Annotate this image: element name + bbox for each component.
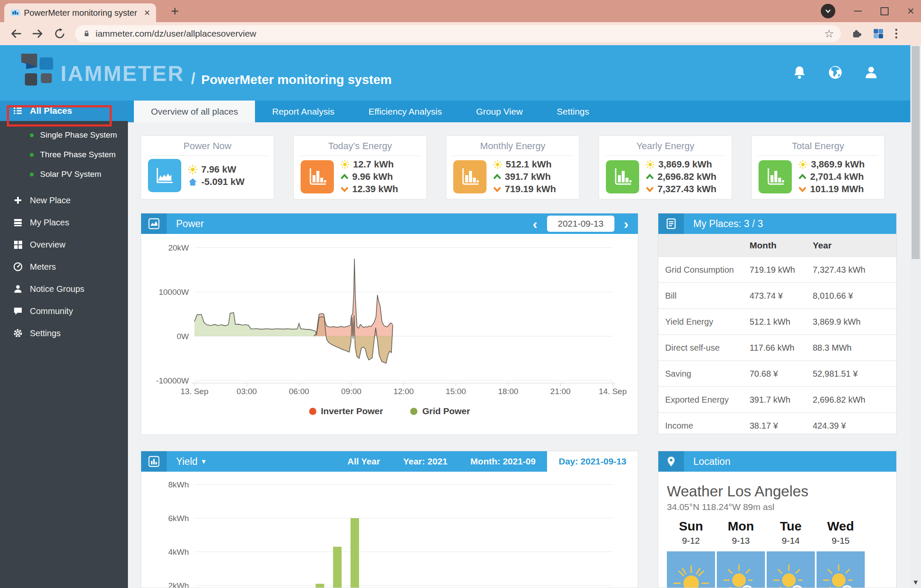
svg-text:03:00: 03:00: [237, 387, 257, 396]
legend-grid-power[interactable]: Grid Power: [410, 406, 470, 416]
scrollbar-track[interactable]: ▼: [910, 45, 921, 588]
card-title: Power Now: [141, 136, 274, 152]
yield-tab-month[interactable]: Month: 2021-09: [459, 451, 547, 472]
yield-dropdown[interactable]: Yield: [176, 456, 197, 467]
list-icon: [13, 106, 23, 116]
map-pin-icon: [658, 451, 684, 472]
table-header-row: Month Year: [658, 234, 896, 257]
tab-settings[interactable]: Settings: [540, 101, 606, 122]
sidebar-item-meters[interactable]: Meters: [0, 256, 128, 278]
tab-efficiency-analysis[interactable]: Efficiency Analysis: [351, 101, 459, 122]
row-label: Income: [658, 413, 743, 439]
power-panel: Power ‹ 2021-09-13 › 20kW10000W0W-10000W…: [141, 213, 638, 435]
column-header-month: Month: [743, 234, 806, 257]
forward-button[interactable]: [32, 27, 44, 40]
legend-inverter-power[interactable]: Inverter Power: [309, 406, 383, 416]
sidebar-item-solar-pv-system[interactable]: Solar PV System: [0, 164, 128, 184]
person-icon: [13, 284, 23, 294]
tab-overview-of-all-places[interactable]: Overview of all places: [134, 101, 255, 122]
menu-kebab-icon[interactable]: [895, 28, 898, 40]
window-close-button[interactable]: ×: [907, 5, 914, 17]
scroll-down-arrow-icon[interactable]: ▼: [910, 579, 921, 586]
yield-tab-day[interactable]: Day: 2021-09-13: [547, 451, 638, 472]
down-arrow-icon: [340, 185, 349, 193]
partly-cloudy-icon: [820, 562, 862, 588]
sidebar-item-label: My Places: [30, 218, 69, 228]
weather-date: 9-13: [717, 536, 765, 546]
card-value: 719.19 kWh: [505, 184, 556, 195]
sidebar-item-my-places[interactable]: My Places: [0, 211, 128, 233]
row-label: Grid Consumption: [658, 257, 743, 283]
tab-report-analysis[interactable]: Report Analysis: [255, 101, 351, 122]
grid-icon: [13, 239, 23, 250]
chevron-down-icon: ▾: [202, 457, 206, 466]
bookmark-star-icon[interactable]: ☆: [824, 27, 834, 40]
browser-tab[interactable]: PowerMeter monitoring syster ×: [4, 3, 156, 22]
prev-day-button[interactable]: ‹: [533, 216, 537, 231]
address-bar[interactable]: iammeter.com/dz/user/allplacesoverview ☆: [75, 25, 841, 42]
sidebar-item-label: Overview: [30, 240, 65, 250]
gear-icon: [13, 328, 23, 338]
month-value: 512.1 kWh: [743, 309, 806, 335]
back-button[interactable]: [9, 27, 22, 40]
stacked-list-icon: [13, 217, 23, 228]
next-day-button[interactable]: ›: [624, 216, 628, 231]
chat-bubble-icon: [13, 306, 23, 316]
date-input[interactable]: 2021-09-13: [547, 216, 614, 232]
power-chart-icon: [141, 213, 167, 234]
refresh-button[interactable]: [54, 28, 66, 40]
scrollbar-thumb[interactable]: [912, 46, 920, 259]
year-value: 424.39 ¥: [806, 413, 896, 439]
weather-tile: [717, 551, 765, 588]
panel-title: My Places: 3 / 3: [693, 218, 763, 230]
row-label: Bill: [658, 283, 743, 309]
legend-dot-icon: [410, 408, 417, 415]
weather-date: 9-14: [767, 536, 815, 546]
weather-title: Weather Los Angeles: [667, 483, 896, 500]
sidebar-item-notice-groups[interactable]: Notice Groups: [0, 278, 128, 300]
language-globe-icon[interactable]: [828, 65, 843, 80]
year-value: 88.3 MWh: [806, 335, 896, 361]
table-row: Exported Energy391.7 kWh2,696.82 kWh: [658, 387, 896, 413]
sidebar-item-new-place[interactable]: New Place: [0, 189, 128, 211]
stat-cards-row: Power Now 7.96 kW -5.091 kW Today's Ener…: [141, 135, 885, 199]
year-value: 3,869.9 kWh: [806, 309, 896, 335]
minimize-button[interactable]: [854, 11, 862, 12]
sidebar-item-single-phase-system[interactable]: Single Phase System: [0, 125, 128, 145]
sidebar-item-overview[interactable]: Overview: [0, 233, 128, 256]
card-value: 7,327.43 kWh: [657, 184, 716, 195]
maximize-button[interactable]: [880, 7, 889, 15]
sidebar-item-community[interactable]: Community: [0, 300, 128, 322]
sidebar-item-label: Community: [30, 306, 73, 316]
notifications-bell-icon[interactable]: [792, 65, 807, 80]
sidebar-item-settings[interactable]: Settings: [0, 322, 128, 344]
yield-panel: Yield ▾ All Year Year: 2021 Month: 2021-…: [141, 451, 638, 588]
card-value: 2,696.82 kWh: [657, 171, 716, 182]
sidebar-item-label: Meters: [30, 262, 56, 272]
svg-text:14. Sep: 14. Sep: [599, 387, 627, 396]
sunny-icon: [670, 562, 712, 588]
yield-tab-all-year[interactable]: All Year: [336, 451, 392, 472]
yield-tab-year[interactable]: Year: 2021: [391, 451, 459, 472]
sidebar-item-three-phase-system[interactable]: Three Phase System: [0, 145, 128, 164]
sidebar-item-label: Solar PV System: [40, 170, 101, 179]
month-value: 719.19 kWh: [743, 257, 806, 283]
card-total-energy: Total Energy 3,869.9 kWh 2,701.4 kWh 101…: [751, 135, 885, 199]
year-value: 7,327.43 kWh: [806, 257, 896, 283]
card-value: 101.19 MWh: [810, 184, 864, 195]
tab-group-view[interactable]: Group View: [459, 101, 540, 122]
extension-icon[interactable]: [873, 29, 883, 39]
svg-text:09:00: 09:00: [341, 387, 362, 396]
weather-tile: [767, 551, 815, 588]
svg-text:06:00: 06:00: [289, 387, 309, 396]
month-value: 473.74 ¥: [743, 283, 806, 309]
close-tab-icon[interactable]: ×: [144, 8, 150, 18]
svg-text:-10000W: -10000W: [156, 376, 189, 385]
sidebar-item-all-places[interactable]: All Places: [0, 101, 128, 121]
profile-chevron-icon[interactable]: [821, 4, 835, 18]
account-user-icon[interactable]: [863, 65, 879, 80]
extensions-puzzle-icon[interactable]: [851, 28, 862, 39]
weather-forecast: Sun Mon Tue Wed 9-12 9-13 9-14 9-15: [667, 519, 896, 588]
card-value: 7.96 kW: [201, 164, 236, 175]
new-tab-button[interactable]: +: [167, 3, 182, 19]
